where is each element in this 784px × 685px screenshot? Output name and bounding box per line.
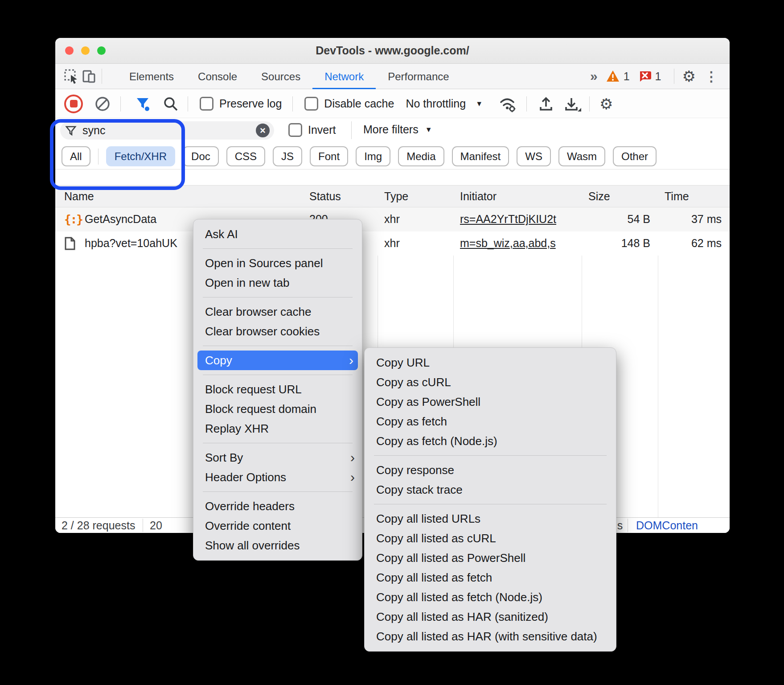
menu-separator bbox=[203, 346, 353, 346]
menu-item-copy-all-listed-as-fetch[interactable]: Copy all listed as fetch bbox=[365, 568, 616, 587]
menu-item-copy-all-listed-as-powershell[interactable]: Copy all listed as PowerShell bbox=[365, 548, 616, 568]
chip-doc[interactable]: Doc bbox=[183, 146, 219, 166]
settings-gear-icon[interactable]: ⚙ bbox=[682, 67, 696, 85]
filter-area: sync × Invert More filters ▼ All Fetch/X… bbox=[55, 119, 730, 169]
chip-media[interactable]: Media bbox=[398, 146, 444, 166]
menu-item-copy-all-listed-as-curl[interactable]: Copy all listed as cURL bbox=[365, 528, 616, 548]
tab-performance[interactable]: Performance bbox=[376, 64, 461, 89]
throttling-select[interactable]: No throttling ▼ bbox=[406, 97, 483, 110]
tab-network[interactable]: Network bbox=[312, 64, 376, 89]
request-type: xhr bbox=[384, 237, 400, 250]
issues-badge[interactable]: 1 bbox=[639, 70, 661, 83]
search-button[interactable] bbox=[163, 96, 179, 112]
requests-count: 2 / 28 requests bbox=[62, 519, 135, 532]
menu-item-show-all-overrides[interactable]: Show all overrides bbox=[193, 536, 362, 555]
chip-font[interactable]: Font bbox=[310, 146, 348, 166]
menu-item-copy-label: Copy bbox=[205, 354, 232, 367]
export-har-button[interactable] bbox=[563, 95, 581, 112]
clear-filter-button[interactable]: × bbox=[256, 124, 270, 137]
menu-item-override-content[interactable]: Override content bbox=[193, 516, 362, 536]
close-window-button[interactable] bbox=[65, 46, 74, 55]
filter-input[interactable]: sync × bbox=[60, 121, 274, 140]
menu-item-copy-as-fetch-nodejs[interactable]: Copy as fetch (Node.js) bbox=[365, 431, 616, 451]
request-name[interactable]: hpba?vet=10ahUK bbox=[85, 237, 177, 250]
menu-item-clear-browser-cookies[interactable]: Clear browser cookies bbox=[193, 322, 362, 341]
menu-item-ask-ai[interactable]: Ask AI bbox=[193, 224, 362, 244]
divider bbox=[589, 96, 590, 111]
tab-elements[interactable]: Elements bbox=[117, 64, 186, 89]
chip-img[interactable]: Img bbox=[356, 146, 390, 166]
menu-item-copy-stack-trace[interactable]: Copy stack trace bbox=[365, 480, 616, 499]
column-header-initiator[interactable]: Initiator bbox=[460, 190, 497, 203]
submenu-chevron-icon: › bbox=[349, 351, 353, 370]
copy-submenu: Copy URL Copy as cURL Copy as PowerShell… bbox=[364, 347, 616, 652]
filter-query-text: sync bbox=[82, 124, 256, 137]
warnings-badge[interactable]: 1 bbox=[606, 70, 630, 83]
request-initiator-link[interactable]: rs=AA2YrTtDjKIU2t bbox=[460, 213, 556, 226]
kebab-menu-icon[interactable]: ⋮ bbox=[700, 69, 722, 84]
menu-item-sort-by[interactable]: Sort By › bbox=[193, 448, 362, 467]
menu-item-header-options[interactable]: Header Options › bbox=[193, 467, 362, 487]
menu-item-copy-as-fetch[interactable]: Copy as fetch bbox=[365, 412, 616, 431]
menu-item-copy-url[interactable]: Copy URL bbox=[365, 353, 616, 372]
menu-item-open-in-sources[interactable]: Open in Sources panel bbox=[193, 253, 362, 273]
chip-css[interactable]: CSS bbox=[226, 146, 265, 166]
menu-item-override-headers[interactable]: Override headers bbox=[193, 496, 362, 516]
network-conditions-button[interactable] bbox=[499, 95, 517, 113]
menu-item-clear-browser-cache[interactable]: Clear browser cache bbox=[193, 302, 362, 322]
menu-item-copy-response[interactable]: Copy response bbox=[365, 460, 616, 480]
column-header-size[interactable]: Size bbox=[588, 190, 610, 203]
preserve-log-checkbox[interactable] bbox=[200, 97, 213, 111]
menu-item-copy-all-listed-as-har-sanitized[interactable]: Copy all listed as HAR (sanitized) bbox=[365, 607, 616, 627]
menu-item-block-request-url[interactable]: Block request URL bbox=[193, 380, 362, 399]
menu-separator bbox=[203, 248, 353, 249]
chip-other[interactable]: Other bbox=[613, 146, 657, 166]
disable-cache-checkbox[interactable] bbox=[304, 97, 318, 111]
invert-control: Invert bbox=[288, 123, 336, 137]
request-size: 148 B bbox=[621, 237, 650, 250]
invert-checkbox[interactable] bbox=[288, 123, 302, 137]
menu-item-open-in-new-tab[interactable]: Open in new tab bbox=[193, 273, 362, 293]
menu-item-copy[interactable]: Copy › bbox=[197, 351, 358, 370]
zoom-window-button[interactable] bbox=[97, 46, 106, 55]
inspect-element-icon[interactable] bbox=[62, 67, 80, 85]
device-toolbar-icon[interactable] bbox=[80, 67, 98, 85]
filter-toggle-button[interactable] bbox=[134, 95, 151, 112]
clear-network-log-button[interactable] bbox=[94, 96, 111, 112]
menu-item-replay-xhr[interactable]: Replay XHR bbox=[193, 419, 362, 438]
column-header-name[interactable]: Name bbox=[64, 190, 94, 203]
column-header-status[interactable]: Status bbox=[309, 190, 341, 203]
tab-console[interactable]: Console bbox=[186, 64, 249, 89]
request-name[interactable]: GetAsyncData bbox=[85, 213, 156, 226]
chip-fetch-xhr[interactable]: Fetch/XHR bbox=[106, 146, 175, 166]
upload-icon bbox=[538, 95, 554, 112]
network-settings-gear-icon[interactable]: ⚙ bbox=[599, 95, 613, 113]
chip-wasm[interactable]: Wasm bbox=[558, 146, 605, 166]
table-row-hpba[interactable]: hpba?vet=10ahUK xhr m=sb_wiz,aa,abd,s 14… bbox=[55, 231, 730, 256]
invert-label: Invert bbox=[308, 124, 336, 136]
menu-item-block-request-domain[interactable]: Block request domain bbox=[193, 399, 362, 419]
tab-sources[interactable]: Sources bbox=[249, 64, 312, 89]
import-har-button[interactable] bbox=[538, 95, 554, 112]
submenu-chevron-icon: › bbox=[350, 467, 355, 487]
record-network-log-button[interactable] bbox=[64, 95, 83, 113]
menu-item-copy-all-listed-as-har-sensitive[interactable]: Copy all listed as HAR (with sensitive d… bbox=[365, 627, 616, 646]
column-header-type[interactable]: Type bbox=[384, 190, 408, 203]
menu-item-copy-all-listed-urls[interactable]: Copy all listed URLs bbox=[365, 509, 616, 528]
table-row-getasyncdata[interactable]: {:} GetAsyncData 200 xhr rs=AA2YrTtDjKIU… bbox=[55, 207, 730, 231]
divider bbox=[526, 96, 527, 111]
minimize-window-button[interactable] bbox=[81, 46, 90, 55]
more-filters-dropdown[interactable]: More filters ▼ bbox=[363, 123, 432, 136]
menu-item-copy-all-listed-as-fetch-nodejs[interactable]: Copy all listed as fetch (Node.js) bbox=[365, 587, 616, 607]
column-header-time[interactable]: Time bbox=[665, 190, 689, 203]
traffic-lights bbox=[65, 46, 106, 55]
chip-ws[interactable]: WS bbox=[517, 146, 551, 166]
chip-js[interactable]: JS bbox=[273, 146, 302, 166]
request-initiator-link[interactable]: m=sb_wiz,aa,abd,s bbox=[460, 237, 556, 250]
menu-item-copy-as-curl[interactable]: Copy as cURL bbox=[365, 372, 616, 392]
menu-item-copy-as-powershell[interactable]: Copy as PowerShell bbox=[365, 392, 616, 412]
throttling-value: No throttling bbox=[406, 97, 466, 110]
chip-manifest[interactable]: Manifest bbox=[452, 146, 509, 166]
chip-all[interactable]: All bbox=[62, 146, 90, 166]
more-tabs-icon[interactable]: » bbox=[590, 69, 596, 84]
